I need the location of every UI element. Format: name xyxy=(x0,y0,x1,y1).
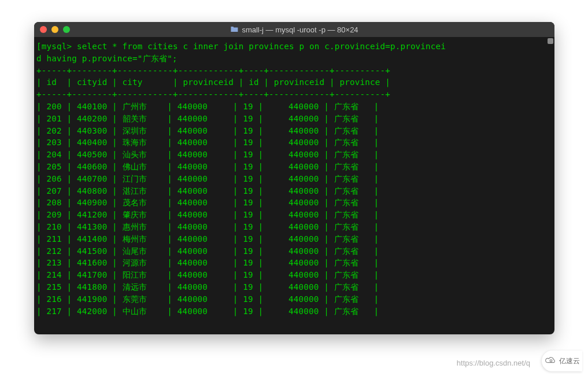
watermark-badge: 亿速云 xyxy=(542,351,582,371)
folder-icon xyxy=(230,25,238,34)
minimize-button[interactable] xyxy=(51,26,58,33)
window-titlebar[interactable]: small-j — mysql -uroot -p — 80×24 xyxy=(34,22,554,37)
svg-point-0 xyxy=(550,359,552,362)
close-button[interactable] xyxy=(40,26,47,33)
credit-text: https://blog.csdn.net/q xyxy=(457,359,530,367)
window-title: small-j — mysql -uroot -p — 80×24 xyxy=(230,25,358,34)
scrollbar-thumb[interactable] xyxy=(548,38,553,44)
terminal-output[interactable]: [mysql> select * from cities c inner joi… xyxy=(34,37,554,334)
terminal-window: small-j — mysql -uroot -p — 80×24 [mysql… xyxy=(34,22,554,334)
maximize-button[interactable] xyxy=(63,26,70,33)
traffic-lights xyxy=(40,26,70,33)
watermark-text: 亿速云 xyxy=(559,356,580,366)
cloud-icon xyxy=(545,356,557,366)
window-title-text: small-j — mysql -uroot -p — 80×24 xyxy=(242,25,358,34)
